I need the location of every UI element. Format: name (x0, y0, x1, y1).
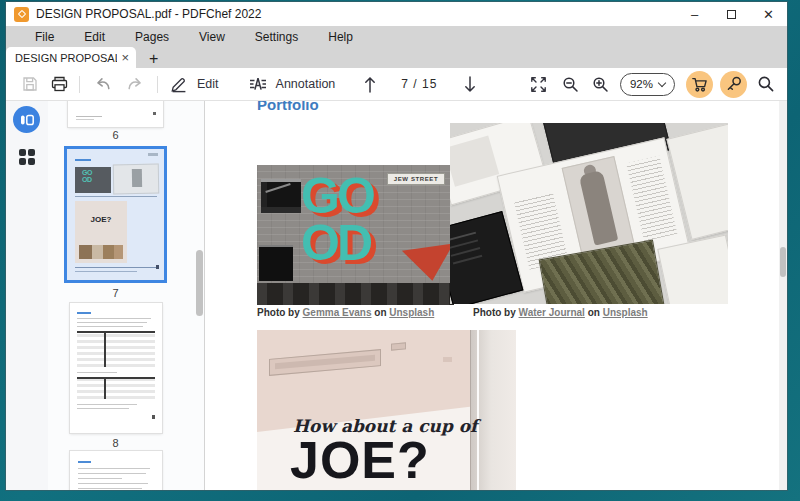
pages-panel-icon (18, 111, 36, 129)
thumbnail-page-9[interactable] (70, 451, 162, 490)
tab-label: DESIGN PROPOSAL.... (15, 52, 117, 64)
page-title: Portfolio (257, 101, 319, 113)
menu-bar: File Edit Pages View Settings Help (6, 26, 787, 47)
cart-icon (691, 76, 709, 93)
menu-view[interactable]: View (184, 30, 240, 44)
edit-label: Edit (197, 77, 219, 91)
mini-logo (148, 153, 158, 156)
menu-help[interactable]: Help (313, 30, 368, 44)
save-icon (22, 76, 38, 92)
photo-caption: Photo by Gemma Evans on Unsplash (257, 307, 434, 318)
redo-button[interactable] (126, 76, 143, 92)
toolbar: Edit Annotation 7 / 15 92% (6, 68, 787, 101)
desktop-background: DESIGN PROPOSAL.pdf - PDFChef 2022 – ✕ F… (0, 0, 800, 501)
mini-heading (75, 159, 91, 161)
thumbnail-label-6: 6 (68, 129, 163, 141)
maximize-button[interactable] (713, 2, 750, 26)
window-controls: – ✕ (676, 2, 787, 26)
unsplash-link[interactable]: Unsplash (603, 307, 648, 318)
close-button[interactable]: ✕ (750, 2, 787, 26)
document-tab[interactable]: DESIGN PROPOSAL.... × (6, 47, 136, 68)
tab-bar: DESIGN PROPOSAL.... × + (6, 47, 787, 68)
new-tab-button[interactable]: + (149, 51, 158, 68)
pdfchef-window: DESIGN PROPOSAL.pdf - PDFChef 2022 – ✕ F… (6, 2, 787, 490)
search-icon (757, 75, 775, 93)
expand-icon (530, 76, 547, 93)
document-scrollbar-track[interactable] (779, 101, 787, 490)
author-link[interactable]: Gemma Evans (303, 307, 372, 318)
key-icon (725, 75, 743, 93)
pencil-icon (170, 75, 188, 93)
thumbnail-panel: 6 GOOD JOE? 7 (48, 101, 205, 490)
content-area: 6 GOOD JOE? 7 (6, 101, 787, 490)
previous-page-button[interactable] (363, 75, 377, 94)
thumbnail-page-8[interactable] (70, 303, 162, 433)
thumbnail-label-8: 8 (68, 437, 163, 449)
print-button[interactable] (51, 76, 68, 92)
maximize-icon (727, 10, 736, 19)
annotation-icon (249, 77, 267, 92)
thumbnail-panel-toggle[interactable] (13, 106, 40, 133)
joe-word: JOE? (290, 430, 430, 490)
zoom-in-button[interactable] (592, 76, 609, 93)
photo-caption: Photo by Water Journal on Unsplash (473, 307, 648, 318)
annotation-label: Annotation (276, 77, 336, 91)
menu-file[interactable]: File (20, 30, 69, 44)
mini-joe-image: JOE? (75, 201, 127, 263)
document-page-view[interactable]: Portfolio JEW STREET GOOD (205, 101, 779, 490)
zoom-level-dropdown[interactable]: 92% (620, 73, 675, 96)
umbrella-shape (402, 244, 454, 285)
thumbnail-label-7: 7 (68, 287, 163, 299)
zoom-out-icon (562, 76, 579, 93)
fullscreen-button[interactable] (530, 76, 547, 93)
mini-magazine-image (113, 164, 160, 195)
mini-good-image: GOOD (75, 167, 111, 193)
title-bar: DESIGN PROPOSAL.pdf - PDFChef 2022 – ✕ (6, 2, 787, 26)
menu-edit[interactable]: Edit (69, 30, 120, 44)
pdfchef-app-icon (14, 7, 29, 22)
tab-close-icon[interactable]: × (121, 51, 129, 64)
minimize-button[interactable]: – (676, 2, 713, 26)
undo-icon (95, 76, 112, 92)
annotation-mode-button[interactable]: Annotation (249, 77, 336, 92)
good-lettering: GOOD (301, 173, 373, 267)
thumbnail-page-6[interactable] (68, 101, 163, 127)
unsplash-link[interactable]: Unsplash (389, 307, 434, 318)
grid-view-button[interactable] (19, 149, 35, 165)
good-street-art-photo: JEW STREET GOOD (257, 165, 454, 305)
menu-settings[interactable]: Settings (240, 30, 313, 44)
toolbar-separator (157, 76, 158, 93)
street-sign: JEW STREET (387, 173, 445, 185)
window-shape (259, 245, 293, 281)
document-scrollbar-thumb[interactable] (780, 247, 786, 277)
print-icon (51, 76, 68, 92)
joe-cafe-photo: How about a cup of JOE? (257, 330, 516, 490)
toolbar-separator (79, 76, 80, 93)
thumbnail-scrollbar[interactable] (196, 250, 203, 316)
next-page-button[interactable] (463, 75, 477, 94)
menu-pages[interactable]: Pages (120, 30, 184, 44)
left-icon-rail (6, 101, 48, 490)
undo-button[interactable] (95, 76, 112, 92)
zoom-level-value: 92% (630, 78, 653, 90)
arrow-down-icon (463, 75, 477, 94)
zoom-out-button[interactable] (562, 76, 579, 93)
arrow-up-icon (363, 75, 377, 94)
water-journal-photo (450, 123, 728, 304)
window-title: DESIGN PROPOSAL.pdf - PDFChef 2022 (36, 7, 261, 21)
zoom-in-icon (592, 76, 609, 93)
chevron-down-icon (658, 78, 666, 86)
street-band (257, 283, 454, 305)
glass-panel (470, 330, 516, 490)
thumbnail-page-7-selected[interactable]: GOOD JOE? (64, 146, 167, 283)
search-button[interactable] (757, 75, 775, 93)
page-indicator[interactable]: 7 / 15 (401, 77, 437, 91)
author-link[interactable]: Water Journal (519, 307, 585, 318)
edit-mode-button[interactable]: Edit (170, 75, 219, 93)
redo-icon (126, 76, 143, 92)
activate-key-button[interactable] (720, 71, 747, 98)
window-shape (261, 179, 301, 213)
buy-button[interactable] (686, 71, 713, 98)
save-button[interactable] (22, 76, 38, 92)
